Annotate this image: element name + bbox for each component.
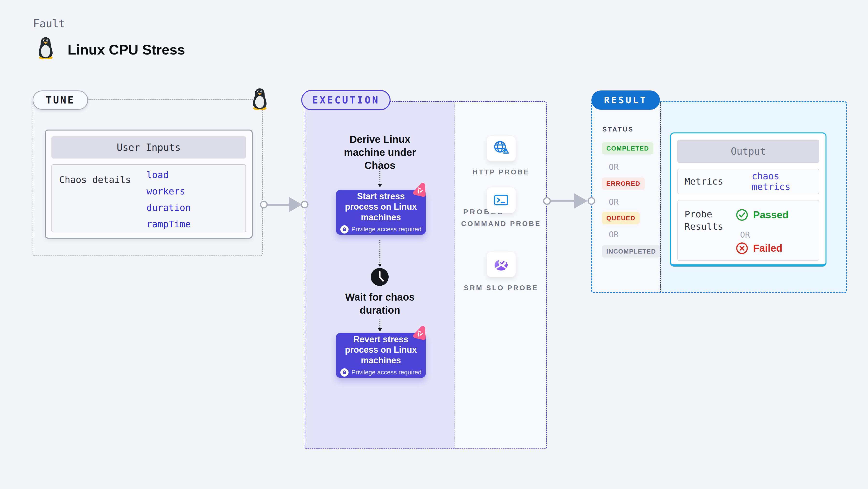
tux-linux-icon-small: [251, 88, 269, 110]
chaos-logo-icon: [410, 181, 431, 201]
privilege-note: Privilege access required: [351, 226, 422, 233]
status-badge-completed: COMPLETED: [602, 142, 653, 155]
globe-alert-icon: [492, 140, 510, 157]
metrics-row: Metrics chaos metrics: [677, 169, 819, 194]
diagram-stage: Fault Linux CPU Stress User Inputs Chaos…: [0, 0, 868, 489]
result-badge: RESULT: [591, 91, 660, 110]
srm-slo-probe-card: [487, 252, 516, 277]
output-card: Output Metrics chaos metrics Probe Resul…: [670, 132, 827, 267]
status-column: STATUS COMPLETED OR ERRORED OR QUEUED OR…: [592, 102, 660, 292]
chaos-details-table: Chaos details load workers duration ramp…: [52, 164, 246, 232]
output-header: Output: [677, 140, 819, 163]
result-section: STATUS COMPLETED OR ERRORED OR QUEUED OR…: [591, 101, 847, 293]
probe-label-http: HTTP PROBE: [455, 168, 547, 177]
http-probe-card: [487, 136, 516, 161]
down-arrow-icon: [379, 159, 380, 186]
command-probe-card: [487, 188, 516, 213]
x-circle-icon: [736, 242, 748, 255]
or-separator: OR: [609, 162, 619, 172]
down-arrow-icon: [379, 240, 380, 265]
tux-linux-icon: [36, 37, 55, 59]
wait-step-text: Wait for chaos duration: [329, 291, 431, 317]
start-stress-label: Start stress process on Linux machines: [343, 191, 418, 222]
privilege-note: Privilege access required: [351, 369, 422, 376]
connector-line: [267, 204, 290, 206]
connector-arrowhead: [574, 193, 588, 209]
connector-arrowhead: [289, 197, 302, 212]
metrics-label: Metrics: [685, 176, 723, 187]
tune-badge: TUNE: [33, 91, 88, 110]
param-link-workers[interactable]: workers: [147, 186, 185, 197]
probe-results-row: Probe Results Passed OR Failed: [677, 200, 819, 261]
status-badge-incompleted: INCOMPLETED: [602, 246, 660, 258]
chaos-logo-icon: [410, 324, 431, 344]
revert-stress-node: Revert stress process on Linux machines …: [336, 333, 426, 378]
lock-icon: [340, 368, 348, 377]
param-link-ramptime[interactable]: rampTime: [147, 219, 191, 229]
chaos-metrics-link[interactable]: chaos metrics: [752, 171, 819, 192]
check-circle-icon: [736, 209, 748, 221]
terminal-icon: [493, 192, 509, 209]
probe-results-label: Probe Results: [685, 208, 733, 233]
status-badge-errored: ERRORED: [602, 177, 645, 190]
revert-stress-label: Revert stress process on Linux machines: [343, 334, 418, 365]
param-link-load[interactable]: load: [147, 170, 169, 180]
chaos-details-label: Chaos details: [59, 174, 131, 185]
connector-dot: [588, 197, 595, 205]
or-separator: OR: [609, 230, 619, 239]
clock-icon: [370, 267, 389, 286]
slo-donut-icon: [492, 256, 510, 273]
status-label: STATUS: [602, 126, 634, 133]
start-stress-node: Start stress process on Linux machines P…: [336, 190, 426, 235]
fault-kicker: Fault: [33, 18, 65, 30]
or-separator: OR: [740, 230, 750, 239]
lock-icon: [340, 225, 348, 233]
user-inputs-card: User Inputs Chaos details load workers d…: [45, 130, 253, 238]
connector-dot: [543, 197, 551, 205]
page-title: Linux CPU Stress: [68, 41, 185, 58]
probe-label-srm: SRM SLO PROBE: [455, 284, 547, 293]
status-badge-queued: QUEUED: [602, 212, 640, 224]
connector-dot: [260, 201, 268, 208]
tune-section: User Inputs Chaos details load workers d…: [33, 99, 263, 256]
user-inputs-header: User Inputs: [52, 136, 246, 159]
connector-dot: [301, 201, 308, 208]
execution-section: Derive Linux machine under Chaos Start s…: [305, 101, 547, 449]
failed-label: Failed: [753, 242, 782, 254]
connector-line: [550, 200, 576, 202]
passed-label: Passed: [753, 209, 788, 221]
param-link-duration[interactable]: duration: [147, 202, 191, 213]
execution-badge: EXECUTION: [301, 90, 391, 110]
probe-label-command: COMMAND PROBE: [455, 219, 547, 228]
down-arrow-icon: [379, 319, 380, 330]
or-separator: OR: [609, 197, 619, 207]
